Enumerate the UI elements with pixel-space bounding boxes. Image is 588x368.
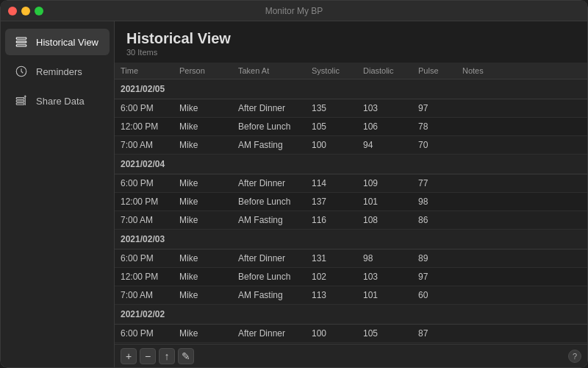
sidebar-label-share: Share Data [36, 96, 85, 107]
systolic-cell: 137 [306, 193, 357, 211]
systolic-cell: 100 [306, 136, 357, 155]
table-container[interactable]: Time Person Taken At Systolic Diastolic … [115, 63, 587, 344]
table-row[interactable]: 7:00 AMMikeAM Fasting11610886 [115, 211, 587, 230]
takenat-cell: AM Fasting [232, 136, 306, 155]
table-row[interactable]: 7:00 AMMikeAM Fasting1009470 [115, 136, 587, 155]
diastolic-cell: 106 [357, 118, 412, 136]
col-header-notes: Notes [456, 63, 587, 79]
sidebar-item-historical[interactable]: Historical View [5, 29, 110, 55]
pulse-cell: 60 [412, 286, 456, 305]
sidebar-item-share[interactable]: Share Data [5, 88, 110, 114]
systolic-cell: 114 [306, 174, 357, 193]
traffic-lights [8, 7, 43, 15]
person-cell: Mike [173, 174, 232, 193]
notes-cell [456, 250, 587, 268]
main-content: Historical View 30 Items Time Person Tak… [115, 21, 587, 367]
person-cell: Mike [173, 325, 232, 343]
person-cell: Mike [173, 118, 232, 136]
notes-cell [456, 268, 587, 286]
diastolic-cell: 108 [357, 211, 412, 230]
person-cell: Mike [173, 136, 232, 155]
bottom-toolbar: + − ↑ ✎ ? [115, 344, 587, 367]
data-table: Time Person Taken At Systolic Diastolic … [115, 63, 587, 344]
date-group-row: 2021/02/05 [115, 79, 587, 99]
time-cell: 6:00 PM [115, 174, 173, 193]
pulse-cell: 77 [412, 174, 456, 193]
content-subtitle: 30 Items [126, 48, 576, 57]
table-row[interactable]: 6:00 PMMikeAfter Dinner11410977 [115, 174, 587, 193]
time-cell: 6:00 PM [115, 99, 173, 118]
content-header: Historical View 30 Items [115, 21, 587, 63]
app-window: Monitor My BP Historical View [0, 0, 588, 368]
window-title: Monitor My BP [265, 6, 323, 16]
app-body: Historical View Reminders [1, 21, 587, 367]
edit-button[interactable]: ✎ [178, 348, 194, 364]
sidebar-label-historical: Historical View [36, 37, 98, 48]
pulse-cell: 97 [412, 99, 456, 118]
takenat-cell: AM Fasting [232, 211, 306, 230]
diastolic-cell: 103 [357, 99, 412, 118]
help-button[interactable]: ? [568, 350, 581, 363]
time-cell: 12:00 PM [115, 268, 173, 286]
remove-button[interactable]: − [140, 348, 156, 364]
share-icon [14, 93, 29, 108]
sidebar-label-reminders: Reminders [36, 66, 82, 77]
diastolic-cell: 109 [357, 174, 412, 193]
diastolic-cell: 98 [357, 250, 412, 268]
systolic-cell: 116 [306, 211, 357, 230]
pulse-cell: 98 [412, 193, 456, 211]
add-button[interactable]: + [121, 348, 137, 364]
notes-cell [456, 136, 587, 155]
content-title: Historical View [126, 30, 576, 47]
svg-rect-6 [16, 103, 24, 105]
takenat-cell: Before Lunch [232, 118, 306, 136]
table-row[interactable]: 12:00 PMMikeBefore Lunch10510678 [115, 118, 587, 136]
person-cell: Mike [173, 250, 232, 268]
pulse-cell: 86 [412, 211, 456, 230]
table-header-row: Time Person Taken At Systolic Diastolic … [115, 63, 587, 79]
table-row[interactable]: 6:00 PMMikeAfter Dinner13510397 [115, 99, 587, 118]
takenat-cell: Before Lunch [232, 268, 306, 286]
notes-cell [456, 193, 587, 211]
title-bar: Monitor My BP [1, 1, 587, 21]
close-button[interactable] [8, 7, 17, 15]
minimize-button[interactable] [21, 7, 30, 15]
sidebar: Historical View Reminders [1, 21, 115, 367]
table-row[interactable]: 12:00 PMMikeBefore Lunch13710198 [115, 193, 587, 211]
table-row[interactable]: 6:00 PMMikeAfter Dinner1319889 [115, 250, 587, 268]
systolic-cell: 135 [306, 99, 357, 118]
diastolic-cell: 103 [357, 268, 412, 286]
col-header-pulse: Pulse [412, 63, 456, 79]
systolic-cell: 113 [306, 286, 357, 305]
takenat-cell: After Dinner [232, 325, 306, 343]
date-group-row: 2021/02/02 [115, 305, 587, 325]
time-cell: 12:00 PM [115, 193, 173, 211]
svg-rect-5 [16, 100, 24, 102]
systolic-cell: 105 [306, 118, 357, 136]
notes-cell [456, 99, 587, 118]
notes-cell [456, 325, 587, 343]
col-header-person: Person [173, 63, 232, 79]
diastolic-cell: 101 [357, 193, 412, 211]
svg-rect-4 [16, 98, 24, 99]
maximize-button[interactable] [35, 7, 43, 15]
time-cell: 12:00 PM [115, 118, 173, 136]
systolic-cell: 100 [306, 325, 357, 343]
sidebar-item-reminders[interactable]: Reminders [5, 58, 110, 85]
table-row[interactable]: 6:00 PMMikeAfter Dinner10010587 [115, 325, 587, 343]
time-cell: 7:00 AM [115, 136, 173, 155]
svg-rect-2 [16, 45, 26, 46]
list-icon [14, 35, 29, 49]
person-cell: Mike [173, 268, 232, 286]
table-row[interactable]: 12:00 PMMikeBefore Lunch10210397 [115, 268, 587, 286]
table-row[interactable]: 7:00 AMMikeAM Fasting11310160 [115, 286, 587, 305]
notes-cell [456, 118, 587, 136]
diastolic-cell: 105 [357, 325, 412, 343]
share-button[interactable]: ↑ [159, 348, 175, 364]
diastolic-cell: 101 [357, 286, 412, 305]
clock-icon [14, 64, 29, 79]
pulse-cell: 89 [412, 250, 456, 268]
takenat-cell: AM Fasting [232, 286, 306, 305]
person-cell: Mike [173, 286, 232, 305]
date-group-row: 2021/02/04 [115, 155, 587, 174]
